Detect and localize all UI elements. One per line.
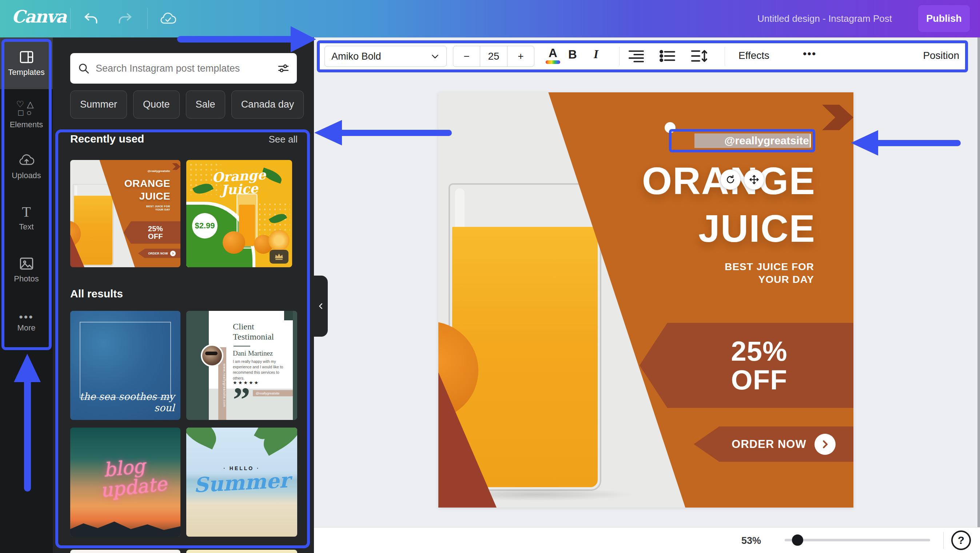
annotation-arrow-textbox-shaft	[877, 140, 961, 146]
move-icon	[749, 174, 760, 185]
redo-icon[interactable]	[117, 11, 133, 27]
divider	[70, 8, 71, 29]
text-caret	[810, 134, 811, 147]
zoom-percentage[interactable]: 53%	[741, 535, 761, 547]
template-thumb-partial[interactable]	[70, 550, 180, 553]
template-thumb-partial[interactable]	[186, 550, 297, 553]
annotation-arrow-textbox-head	[851, 130, 878, 156]
annotation-arrow-right-shaft	[177, 36, 291, 43]
pill-quote[interactable]: Quote	[133, 91, 180, 119]
design-handle-text[interactable]: @reallygreatsite	[724, 135, 809, 147]
juice-glass-photo	[449, 183, 601, 491]
annotation-box-templates-panel	[55, 129, 310, 548]
divider	[943, 532, 943, 549]
canva-logo[interactable]: Canva	[12, 6, 66, 27]
pill-canada-day[interactable]: Canada day	[231, 91, 304, 119]
rotate-icon	[725, 174, 736, 185]
design-page[interactable]: ORANGEJUICE BEST JUICE FORYOUR DAY 25%OF…	[438, 92, 853, 508]
chevron-left-icon	[317, 301, 325, 311]
annotation-arrow-up-head	[14, 354, 41, 382]
divider	[147, 8, 148, 29]
annotation-arrow-left-head	[314, 120, 342, 145]
top-header-bar: Canva Untitled design - Instagram Post P…	[0, 0, 980, 37]
annotation-arrow-left-shaft	[341, 130, 452, 136]
design-subtitle[interactable]: BEST JUICE FORYOUR DAY	[725, 260, 814, 286]
filter-pills-row: Summer Quote Sale Canada day	[70, 91, 304, 119]
rotate-handle[interactable]	[720, 169, 741, 190]
panel-collapse-tab[interactable]	[314, 276, 328, 337]
order-now-banner[interactable]: ORDER NOW	[694, 426, 853, 462]
pill-summer[interactable]: Summer	[70, 91, 127, 119]
selected-text-box[interactable]: @reallygreatsite	[669, 129, 815, 153]
annotation-arrow-right-head	[291, 26, 316, 52]
publish-button[interactable]: Publish	[918, 5, 970, 32]
zoom-slider-knob[interactable]	[792, 534, 803, 546]
zoom-slider-track[interactable]	[785, 539, 930, 541]
text-selection-highlight: @reallygreatsite	[694, 133, 811, 148]
search-box[interactable]	[70, 53, 297, 84]
bottom-status-bar: 53% ?	[314, 527, 980, 553]
annotation-arrow-up-shaft	[24, 381, 31, 491]
search-icon	[78, 62, 90, 75]
arrow-circle-icon	[815, 434, 835, 455]
discount-banner[interactable]: 25%OFF	[640, 323, 853, 408]
move-handle[interactable]	[744, 169, 764, 190]
undo-icon[interactable]	[83, 11, 99, 27]
help-button[interactable]: ?	[951, 531, 971, 550]
pill-sale[interactable]: Sale	[186, 91, 225, 119]
filter-settings-icon[interactable]	[277, 62, 290, 75]
right-scrollbar[interactable]	[977, 37, 980, 527]
annotation-box-sidebar	[2, 39, 52, 350]
search-input[interactable]	[95, 63, 271, 74]
document-title[interactable]: Untitled design - Instagram Post	[757, 13, 892, 24]
annotation-box-toolbar	[317, 40, 968, 72]
cloud-saved-icon	[160, 11, 176, 27]
